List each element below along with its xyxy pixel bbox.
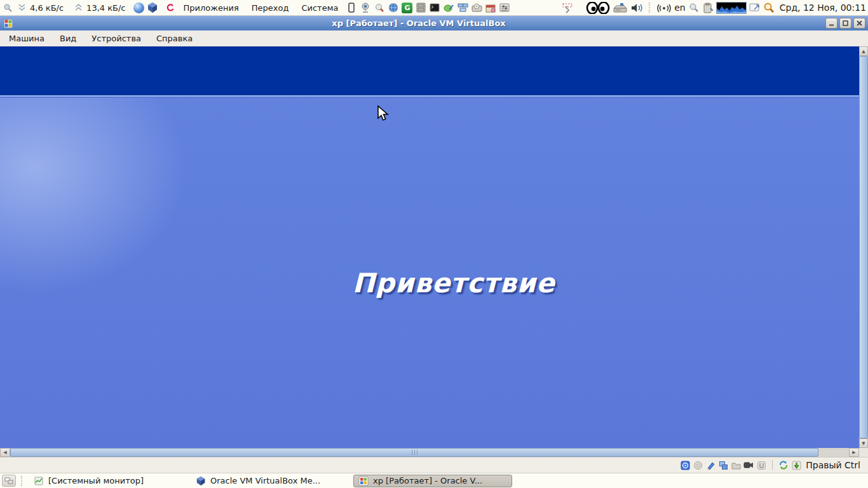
task-label: xp [Работает] - Oracle V...: [373, 476, 482, 485]
statusbar-separator: [772, 460, 773, 470]
xp-header-band: [0, 46, 859, 97]
vbox-window-titlebar[interactable]: xp [Работает] - Oracle VM VirtualBox: [0, 16, 868, 30]
webcam-launcher-icon[interactable]: [360, 2, 371, 13]
optical-drives-status-icon[interactable]: [693, 460, 703, 470]
file-cabinet-launcher-icon[interactable]: [415, 2, 426, 13]
system-monitor-task-icon: [33, 475, 44, 487]
terminal-launcher-icon[interactable]: [429, 2, 440, 13]
clipboard-applet-icon[interactable]: [702, 2, 714, 13]
task-xp-vm[interactable]: xp [Работает] - Oracle V...: [353, 475, 512, 487]
window-title: xp [Работает] - Oracle VM VirtualBox: [14, 18, 824, 28]
menu-places[interactable]: Переход: [247, 1, 294, 15]
top-panel: 4,6 кБ/с 13,4 кБ/с Приложения Переход Си…: [0, 0, 868, 16]
taskbar: [Системный монитор] Oracle VM VirtualBox…: [0, 473, 868, 488]
task-label: Oracle VM VirtualBox Me...: [210, 476, 320, 485]
cd-drive-launcher-icon[interactable]: [471, 2, 482, 13]
vbox-window-icon: [3, 18, 14, 29]
menu-applications[interactable]: Приложения: [179, 1, 244, 15]
system-monitor-graph-applet[interactable]: [716, 2, 747, 14]
notes-launcher-icon[interactable]: [443, 2, 454, 13]
shared-folders-status-icon[interactable]: [731, 460, 741, 470]
vbox-statusbar: Правый Ctrl: [0, 457, 868, 473]
download-speed: 4,6 кБ/с: [30, 3, 64, 13]
menu-devices[interactable]: Устройства: [85, 32, 147, 45]
horizontal-scroll-track[interactable]: [818, 448, 849, 457]
hard-disks-status-icon[interactable]: [680, 460, 690, 470]
task-system-monitor[interactable]: [Системный монитор]: [29, 475, 188, 487]
keyboard-layout-indicator[interactable]: en: [674, 3, 686, 13]
vm-screen[interactable]: Приветствие: [0, 46, 859, 448]
scroll-up-button[interactable]: ▲: [859, 46, 868, 56]
scroll-right-button[interactable]: ▶: [849, 448, 859, 457]
debian-icon[interactable]: [165, 2, 176, 13]
search-orange-applet-icon[interactable]: [763, 2, 775, 13]
menu-help[interactable]: Справка: [150, 32, 199, 45]
panel-indicator-area: en Срд, 12 Ноя, 00:11: [562, 2, 866, 14]
smartphone-launcher-icon[interactable]: [346, 2, 357, 13]
menu-system[interactable]: Система: [296, 1, 343, 15]
taskbar-drag-handle[interactable]: [21, 476, 24, 486]
usb-status-icon[interactable]: [756, 460, 766, 470]
tack-applet-icon[interactable]: [562, 2, 573, 13]
task-label: [Системный монитор]: [48, 476, 144, 485]
keyboard-capture-status-icon[interactable]: [791, 460, 801, 470]
netspeed-applet-icon[interactable]: [2, 2, 13, 13]
web-globe-launcher-icon[interactable]: [388, 2, 399, 13]
vertical-scrollbar[interactable]: ▲ ▼: [859, 46, 868, 448]
download-arrow-icon: [16, 2, 27, 13]
vbox-menubar: Машина Вид Устройства Справка: [0, 30, 868, 46]
host-key-label: Правый Ctrl: [806, 460, 860, 470]
maximize-button[interactable]: [839, 18, 851, 29]
vm-display-area: Приветствие ▲ ▼: [0, 46, 868, 448]
scroll-grip: [412, 450, 417, 455]
display-status-icon[interactable]: [705, 460, 715, 470]
virtualbox-launcher-icon[interactable]: [147, 2, 158, 13]
green-g-launcher-icon[interactable]: G: [402, 3, 412, 13]
upload-arrow-icon: [72, 2, 84, 13]
scrollbar-corner: [859, 448, 868, 457]
eyes-applet-icon[interactable]: [586, 2, 610, 13]
workspaces-launcher-icon[interactable]: [457, 2, 468, 13]
menu-view[interactable]: Вид: [53, 32, 83, 45]
vertical-scroll-thumb[interactable]: [859, 56, 868, 438]
wireless-applet-icon[interactable]: [656, 2, 672, 13]
volume-applet-icon[interactable]: [630, 2, 644, 13]
mouse-integration-status-icon[interactable]: [778, 460, 789, 470]
minimize-button[interactable]: [825, 18, 837, 29]
virtualbox-task-icon: [195, 475, 207, 487]
search-tool-launcher-icon[interactable]: [374, 2, 385, 13]
panel-separator: [649, 3, 652, 13]
screenshot-applet-icon[interactable]: [749, 2, 761, 13]
menu-machine[interactable]: Машина: [3, 32, 51, 45]
network-status-icon[interactable]: [718, 460, 728, 470]
window-list-button[interactable]: [2, 475, 16, 487]
horizontal-scroll-thumb[interactable]: [10, 448, 818, 457]
browser-launcher-icon[interactable]: [133, 3, 144, 13]
xp-welcome-title: Приветствие: [353, 268, 555, 299]
preferences-launcher-icon[interactable]: [499, 2, 510, 13]
mouse-cursor: [376, 105, 390, 125]
close-button[interactable]: [853, 18, 865, 29]
clock-applet[interactable]: Срд, 12 Ноя, 00:11: [780, 3, 866, 13]
xp-task-icon: [358, 475, 369, 487]
scroll-down-button[interactable]: ▼: [859, 438, 868, 448]
task-virtualbox-manager[interactable]: Oracle VM VirtualBox Me...: [191, 475, 350, 487]
package-launcher-icon[interactable]: [485, 2, 496, 13]
video-capture-status-icon[interactable]: [743, 460, 754, 470]
scroll-left-button[interactable]: ◀: [0, 448, 10, 457]
xp-welcome-title-wrap: Приветствие: [0, 268, 859, 299]
magnifier-applet-icon[interactable]: [688, 2, 700, 13]
modem-applet-icon[interactable]: [613, 2, 628, 13]
upload-speed: 13,4 кБ/с: [86, 3, 125, 13]
horizontal-scrollbar[interactable]: ◀ ▶: [0, 448, 859, 457]
